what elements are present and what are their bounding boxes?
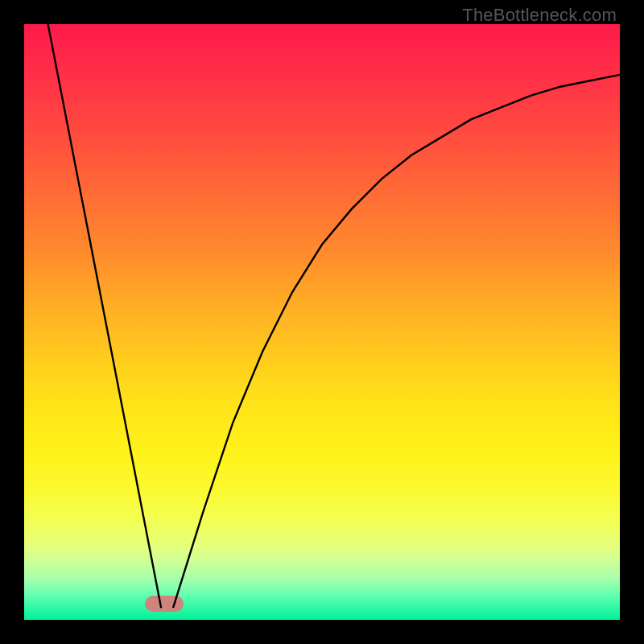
left-slope-path — [48, 24, 162, 608]
right-curve-path — [173, 75, 620, 608]
curve-layer — [24, 24, 620, 620]
plot-area — [24, 24, 620, 620]
attribution-label: TheBottleneck.com — [462, 5, 617, 26]
chart-frame: TheBottleneck.com — [0, 0, 644, 644]
